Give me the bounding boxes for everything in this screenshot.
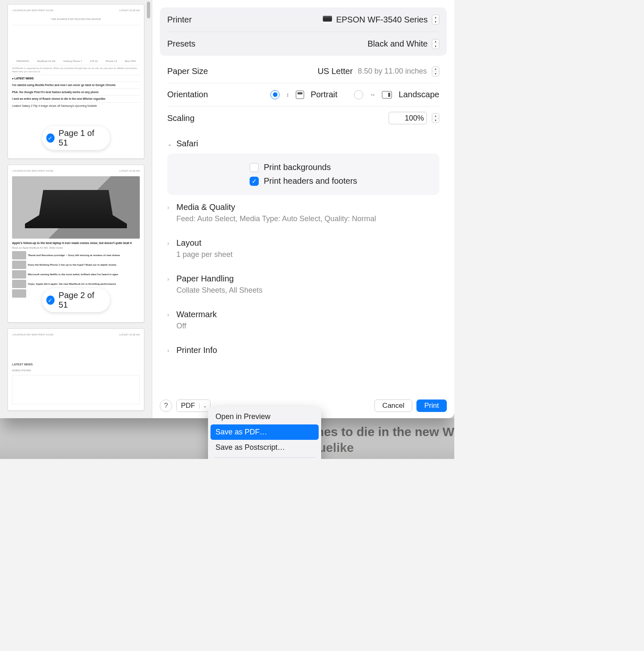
- portrait-page-icon: [296, 91, 304, 99]
- chevron-right-icon: ›: [167, 204, 173, 211]
- pdf-dropdown-menu[interactable]: Open in Preview Save as PDF… Save as Pos…: [208, 407, 321, 459]
- thumbnail-page-3[interactable]: | AN EPSON WF-3540 PRINT KIOSKLATEST 10:…: [7, 328, 144, 411]
- checkbox-print-headers-row[interactable]: ✓ Print headers and footers: [176, 176, 430, 186]
- portrait-label: Portrait: [311, 90, 337, 99]
- menu-open-in-preview[interactable]: Open in Preview: [211, 409, 319, 424]
- section-safari-header[interactable]: ⌄ Safari: [167, 130, 439, 153]
- printer-presets-card: Printer EPSON WF-3540 Series ▴▾ Presets …: [160, 7, 447, 56]
- page-badge-1: ✓ Page 1 of 51: [42, 126, 110, 150]
- print-options-panel: Printer EPSON WF-3540 Series ▴▾ Presets …: [152, 0, 454, 418]
- scaling-input[interactable]: 100%: [389, 112, 427, 124]
- radio-landscape[interactable]: [354, 90, 363, 99]
- presets-row[interactable]: Presets Black and White ▴▾: [167, 32, 439, 56]
- checkbox-unchecked-icon[interactable]: [250, 163, 259, 172]
- dropdown-stepper-icon[interactable]: ▴▾: [432, 67, 439, 76]
- chevron-down-icon[interactable]: ⌄: [199, 403, 210, 409]
- help-button[interactable]: ?: [160, 399, 172, 412]
- portrait-icon: ↕: [286, 91, 289, 98]
- thumbnail-page-1[interactable]: | AN EPSON WF-3540 PRINT KIOSKLATEST 10:…: [7, 4, 144, 159]
- pdf-dropdown-button[interactable]: PDF ⌄: [176, 399, 211, 412]
- page-badge-2: ✓ Page 2 of 51: [42, 288, 110, 312]
- print-button[interactable]: Print: [416, 399, 447, 412]
- printer-icon: [323, 16, 332, 23]
- chevron-right-icon: ›: [167, 347, 173, 354]
- menu-save-as-postscript[interactable]: Save as Postscript…: [211, 440, 319, 455]
- menu-save-as-pdf[interactable]: Save as PDF…: [211, 424, 319, 440]
- section-paper-handling[interactable]: ›Paper Handling Collate Sheets, All Shee…: [167, 266, 439, 302]
- section-media-quality[interactable]: ›Media & Quality Feed: Auto Select, Medi…: [167, 195, 439, 231]
- landscape-label: Landscape: [399, 90, 439, 99]
- chevron-right-icon: ›: [167, 311, 173, 318]
- thumbnail-page-2[interactable]: | AN EPSON WF-3540 PRINT KIOSKLATEST 10:…: [7, 165, 144, 323]
- dropdown-stepper-icon[interactable]: ▴▾: [432, 15, 439, 25]
- safari-options-box: Print backgrounds ✓ Print headers and fo…: [167, 153, 439, 195]
- scaling-stepper[interactable]: ▴▾: [432, 113, 439, 123]
- landscape-icon: ↔: [370, 91, 375, 98]
- checkbox-print-backgrounds-row[interactable]: Print backgrounds: [176, 163, 430, 172]
- page-thumbnails-sidebar[interactable]: | AN EPSON WF-3540 PRINT KIOSKLATEST 10:…: [0, 0, 152, 418]
- chevron-right-icon: ›: [167, 276, 173, 282]
- bg-article-headline: clones to die in the new W roguelike: [298, 424, 454, 455]
- paper-size-row[interactable]: Paper Size US Letter 8.50 by 11.00 inche…: [167, 60, 439, 83]
- radio-portrait[interactable]: [270, 90, 280, 99]
- chevron-right-icon: ›: [167, 240, 173, 247]
- cancel-button[interactable]: Cancel: [374, 399, 412, 412]
- thumbnail-hero-image: [12, 176, 140, 239]
- orientation-row: Orientation ↕ Portrait ↔ Landscape: [167, 83, 439, 106]
- checkmark-icon: ✓: [46, 133, 54, 143]
- checkmark-icon: ✓: [46, 296, 54, 305]
- chevron-down-icon: ⌄: [167, 141, 173, 147]
- landscape-page-icon: [382, 91, 392, 99]
- section-printer-info[interactable]: ›Printer Info: [167, 338, 439, 362]
- section-watermark[interactable]: ›Watermark Off: [167, 302, 439, 338]
- checkbox-checked-icon[interactable]: ✓: [250, 177, 259, 186]
- printer-row[interactable]: Printer EPSON WF-3540 Series ▴▾: [167, 7, 439, 32]
- scaling-row: Scaling 100% ▴▾: [167, 106, 439, 130]
- print-dialog: | AN EPSON WF-3540 PRINT KIOSKLATEST 10:…: [0, 0, 454, 418]
- dropdown-stepper-icon[interactable]: ▴▾: [432, 39, 439, 49]
- section-layout[interactable]: ›Layout 1 page per sheet: [167, 231, 439, 266]
